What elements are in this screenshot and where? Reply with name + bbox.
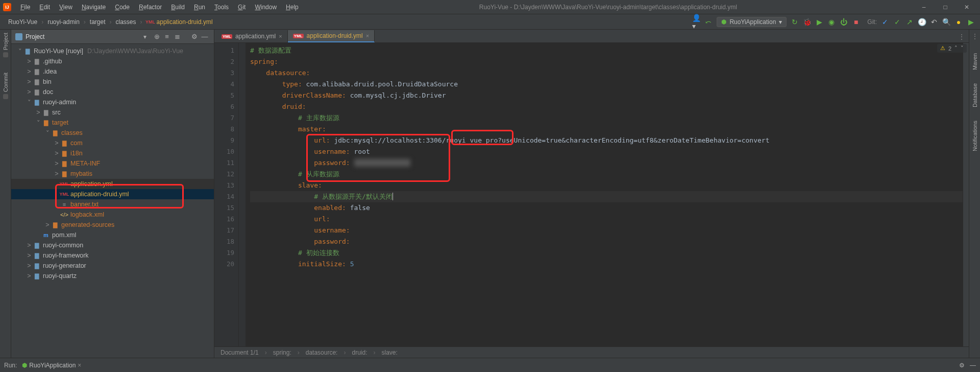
run-tab[interactable]: ⬢ RuoYiApplication × — [22, 362, 81, 369]
close-icon[interactable]: × — [366, 33, 369, 39]
project-header-title[interactable]: Project — [26, 33, 143, 40]
vcs-history-icon[interactable]: 🕘 — [918, 18, 926, 26]
tree-twistie-icon[interactable]: > — [26, 262, 33, 269]
maximize-button[interactable]: □ — [935, 1, 955, 14]
code-line[interactable]: druid: — [250, 101, 963, 112]
toolwindow-project-button[interactable]: Project — [3, 33, 9, 57]
menu-navigate[interactable]: Navigate — [78, 2, 110, 13]
close-icon[interactable]: × — [279, 33, 282, 39]
tree-twistie-icon[interactable]: > — [26, 272, 33, 280]
editor-breadcrumb-item[interactable]: slave: — [382, 349, 398, 356]
code-line[interactable]: type: com.alibaba.druid.pool.DruidDataSo… — [250, 79, 963, 90]
tree-twistie-icon[interactable]: > — [26, 88, 33, 96]
code-line[interactable]: driverClassName: com.mysql.cj.jdbc.Drive… — [250, 90, 963, 101]
editor-gutter[interactable]: 1234567891011121314151617181920 — [214, 43, 239, 346]
menu-git[interactable]: Git — [234, 2, 250, 13]
tree-node[interactable]: mpom.xml — [11, 230, 214, 240]
hide-toolwindow-icon[interactable]: — — [200, 33, 210, 40]
tree-node[interactable]: >▇generated-sources — [11, 220, 214, 230]
code-editor[interactable]: # 数据源配置spring: datasource: type: com.ali… — [246, 43, 963, 346]
code-line[interactable]: slave: — [250, 180, 963, 191]
run-icon[interactable]: 🐞 — [803, 18, 811, 26]
code-line[interactable]: datasource: — [250, 67, 963, 79]
tree-twistie-icon[interactable]: ˅ — [35, 119, 42, 127]
code-line[interactable]: url: — [250, 214, 963, 225]
code-line[interactable]: enabled: false — [250, 202, 963, 214]
run-config-selector[interactable]: ⬢ RuoYiApplication ▾ — [717, 17, 787, 27]
toolwindow-database-button[interactable]: Database — [972, 83, 978, 107]
toolwindow-maven-button[interactable]: Maven — [972, 53, 978, 70]
inspections-widget[interactable]: ⚠ 2 ˄ ˅ — [937, 44, 967, 53]
vcs-push-icon[interactable]: ↗ — [905, 18, 914, 26]
tree-node[interactable]: >▇ruoyi-framework — [11, 250, 214, 261]
tree-twistie-icon[interactable]: > — [26, 78, 33, 85]
tree-node[interactable]: YMLapplication-druid.yml — [11, 189, 214, 199]
tree-twistie-icon[interactable]: > — [44, 221, 51, 228]
menu-window[interactable]: Window — [251, 2, 281, 13]
breadcrumb-item[interactable]: target — [87, 17, 109, 27]
tree-twistie-icon[interactable]: > — [35, 109, 42, 116]
menu-help[interactable]: Help — [282, 2, 303, 13]
close-icon[interactable]: × — [78, 362, 81, 369]
tree-twistie-icon[interactable]: > — [53, 150, 60, 157]
code-line[interactable]: spring: — [250, 56, 963, 67]
menu-view[interactable]: View — [55, 2, 77, 13]
breadcrumb-item[interactable]: RuoYi-Vue — [5, 17, 40, 27]
code-line[interactable]: master: — [250, 124, 963, 135]
tree-twistie-icon[interactable]: ˅ — [44, 129, 51, 137]
tree-node[interactable]: ˅▇RuoYi-Vue [ruoyi]D:\Jayden\WWW\Java\Ru… — [11, 46, 214, 56]
chevron-down-icon[interactable]: ▾ — [143, 33, 146, 40]
menu-build[interactable]: Build — [167, 2, 189, 13]
hammer-build-icon[interactable]: ⤺ — [704, 18, 713, 26]
code-line[interactable]: # 数据源配置 — [250, 45, 963, 56]
code-line[interactable]: username: — [250, 225, 963, 236]
code-line[interactable]: username: root — [250, 146, 963, 157]
stop-icon[interactable]: ■ — [852, 18, 860, 26]
tree-node[interactable]: </>logback.xml — [11, 210, 214, 220]
tree-twistie-icon[interactable]: > — [53, 170, 60, 177]
breadcrumb[interactable]: RuoYi-Vueruoyi-admintargetclassesYMLappl… — [5, 17, 216, 27]
tree-node[interactable]: >▇ruoyi-quartz — [11, 271, 214, 281]
expand-all-icon[interactable]: ≡ — [162, 33, 172, 40]
editor-tab[interactable]: YMLapplication-druid.yml× — [288, 30, 375, 42]
more-icon[interactable]: ⋮ — [972, 33, 978, 40]
breadcrumb-item[interactable]: YMLapplication-druid.yml — [143, 17, 216, 27]
ide-updates-icon[interactable]: ● — [954, 18, 963, 26]
code-line[interactable]: password: xxxxxxx — [250, 157, 963, 169]
settings-icon[interactable]: ⚙ — [189, 33, 200, 40]
tree-twistie-icon[interactable]: ˅ — [16, 48, 23, 55]
menu-refactor[interactable]: Refactor — [135, 2, 166, 13]
menu-run[interactable]: Run — [190, 2, 209, 13]
tree-node[interactable]: >▇src — [11, 107, 214, 118]
tree-node[interactable]: >▇com — [11, 138, 214, 148]
tree-node[interactable]: >▇.idea — [11, 66, 214, 77]
tree-node[interactable]: >▇mybatis — [11, 169, 214, 179]
tree-twistie-icon[interactable]: > — [26, 242, 33, 249]
tree-node[interactable]: >▇.github — [11, 56, 214, 66]
editor-breadcrumb-item[interactable]: datasource: — [306, 349, 338, 356]
tree-twistie-icon[interactable]: > — [26, 58, 33, 65]
tree-node[interactable]: YMLapplication.yml — [11, 179, 214, 189]
menu-tools[interactable]: Tools — [210, 2, 233, 13]
tree-twistie-icon[interactable]: > — [26, 252, 33, 259]
vcs-rollback-icon[interactable]: ↶ — [930, 18, 938, 26]
project-tree[interactable]: ˅▇RuoYi-Vue [ruoyi]D:\Jayden\WWW\Java\Ru… — [11, 44, 214, 358]
editor-breadcrumb-item[interactable]: Document 1/1 — [220, 349, 259, 356]
breadcrumb-item[interactable]: ruoyi-admin — [44, 17, 83, 27]
tree-node[interactable]: >▇ruoyi-generator — [11, 261, 214, 271]
breadcrumb-item[interactable]: classes — [113, 17, 139, 27]
rerun-icon[interactable]: ↻ — [791, 18, 799, 26]
more-icon[interactable]: ⋮ — [954, 31, 969, 42]
editor-breadcrumbs[interactable]: Document 1/1spring:datasource:druid:slav… — [214, 346, 969, 358]
chevron-down-icon[interactable]: ˅ — [961, 45, 964, 52]
toolwindow-commit-button[interactable]: Commit — [3, 73, 9, 99]
tree-node[interactable]: ˅▇target — [11, 118, 214, 128]
error-stripe[interactable] — [963, 43, 969, 346]
profile-icon[interactable]: ⏻ — [840, 18, 848, 26]
chevron-up-icon[interactable]: ˄ — [954, 45, 958, 52]
tree-node[interactable]: >▇ruoyi-common — [11, 240, 214, 250]
code-line[interactable]: # 初始连接数 — [250, 247, 963, 259]
editor-breadcrumb-item[interactable]: druid: — [352, 349, 367, 356]
menu-edit[interactable]: Edit — [35, 2, 54, 13]
code-line[interactable]: # 从库数据源 — [250, 169, 963, 180]
